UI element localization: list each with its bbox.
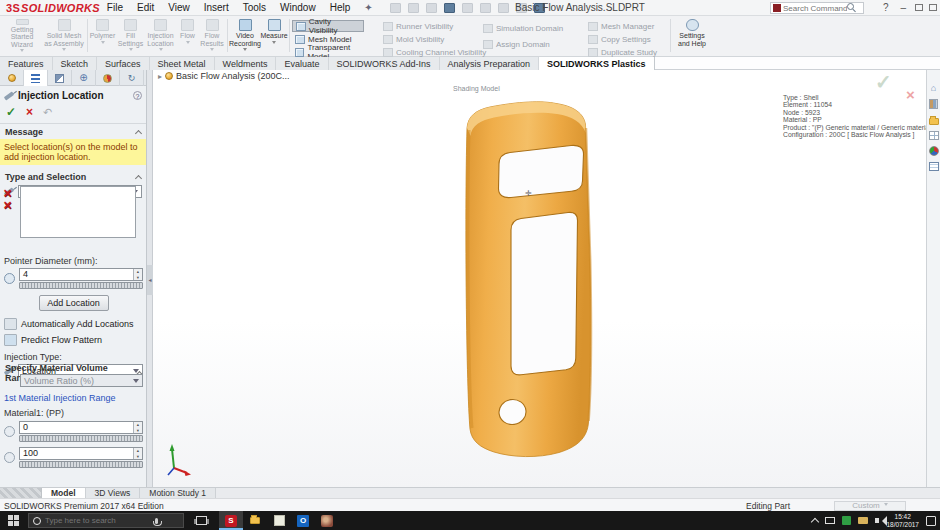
start-button[interactable] bbox=[8, 515, 19, 526]
cancel-button[interactable]: × bbox=[26, 105, 33, 119]
model-tab[interactable]: Model bbox=[42, 488, 86, 498]
resources-home-icon[interactable]: ⌂ bbox=[931, 84, 936, 93]
menu-window[interactable]: Window bbox=[273, 2, 323, 13]
injection-location-button[interactable]: Injection Location bbox=[145, 18, 176, 54]
taskbar-solidworks-app[interactable]: S bbox=[219, 511, 243, 530]
feature-tree-flyout[interactable]: ▸ Basic Flow Analysis (200C... bbox=[158, 71, 290, 81]
appearances-scenes-icon[interactable] bbox=[929, 146, 939, 156]
search-icon[interactable] bbox=[847, 3, 857, 13]
assign-domain-button[interactable]: Assign Domain bbox=[480, 38, 553, 50]
min-range-slider[interactable] bbox=[19, 435, 143, 442]
expand-arrow-icon[interactable]: ▸ bbox=[158, 72, 162, 81]
tab-evaluate[interactable]: Evaluate bbox=[276, 57, 328, 70]
max-range-slider[interactable] bbox=[19, 461, 143, 468]
units-dropdown[interactable]: Custom bbox=[834, 501, 906, 511]
delete-all-selections-icon[interactable]: ✕ bbox=[3, 200, 12, 210]
message-section-header[interactable]: Message bbox=[0, 124, 146, 139]
solid-mesh-button[interactable]: Solid Mesh as Assembly bbox=[44, 18, 84, 54]
volume-ratio-dropdown[interactable]: Volume Ratio (%) bbox=[20, 374, 143, 387]
pointer-diameter-slider[interactable] bbox=[19, 282, 143, 289]
restore-button[interactable] bbox=[915, 4, 923, 11]
folder-tray-icon[interactable] bbox=[858, 517, 868, 524]
file-explorer-icon[interactable] bbox=[929, 118, 939, 125]
taskbar-search-input[interactable] bbox=[45, 516, 145, 525]
search-commands-input[interactable] bbox=[783, 4, 847, 13]
menu-edit[interactable]: Edit bbox=[130, 2, 161, 13]
green-tray-icon[interactable] bbox=[842, 516, 851, 525]
menu-file[interactable]: File bbox=[100, 2, 130, 13]
display-manager-tab[interactable] bbox=[96, 70, 120, 86]
tray-expand-icon[interactable] bbox=[811, 518, 819, 526]
tab-analysis-preparation[interactable]: Analysis Preparation bbox=[440, 57, 540, 70]
settings-help-button[interactable]: Settings and Help bbox=[675, 18, 709, 54]
copy-settings-button[interactable]: Copy Settings bbox=[585, 33, 654, 45]
pointer-diameter-stepper[interactable]: 4 ▴▾ bbox=[19, 268, 143, 281]
action-center-icon[interactable] bbox=[926, 516, 936, 526]
open-file-icon[interactable] bbox=[408, 3, 419, 13]
tab-solidworks-plastics[interactable]: SOLIDWORKS Plastics bbox=[539, 57, 655, 70]
custom-properties-icon[interactable] bbox=[929, 162, 939, 171]
max-range-stepper[interactable]: 100 ▴▾ bbox=[19, 447, 143, 460]
view-palette-icon[interactable] bbox=[929, 131, 939, 140]
runner-visibility-toggle[interactable]: Runner Visibility bbox=[380, 20, 456, 32]
tab-sheet-metal[interactable]: Sheet Metal bbox=[150, 57, 215, 70]
phone-shell-model[interactable] bbox=[440, 100, 640, 480]
tab-surfaces[interactable]: Surfaces bbox=[97, 57, 150, 70]
wizard-button[interactable]: Getting Started Wizard bbox=[2, 18, 42, 54]
tab-features[interactable]: Features bbox=[0, 57, 53, 70]
selection-list-box[interactable] bbox=[20, 186, 136, 238]
microphone-icon[interactable] bbox=[155, 518, 158, 524]
tab-sketch[interactable]: Sketch bbox=[53, 57, 98, 70]
taskbar-misc-app[interactable] bbox=[315, 511, 339, 530]
auto-add-locations-button[interactable]: Automatically Add Locations bbox=[21, 319, 134, 329]
menu-view[interactable]: View bbox=[161, 2, 197, 13]
mesh-manager-button[interactable]: Mesh Manager bbox=[585, 20, 657, 32]
plastics-manager-tab[interactable]: ↻ bbox=[120, 70, 144, 86]
tab-addins[interactable]: SOLIDWORKS Add-Ins bbox=[329, 57, 440, 70]
design-library-icon[interactable] bbox=[929, 99, 938, 109]
delete-selection-icon[interactable]: ✕ bbox=[3, 188, 12, 198]
new-file-icon[interactable] bbox=[390, 3, 401, 13]
flow-results-button[interactable]: Flow Results bbox=[199, 18, 225, 54]
search-commands-box[interactable] bbox=[770, 2, 864, 14]
cavity-visibility-toggle[interactable]: Cavity Visibility bbox=[292, 20, 364, 32]
ok-button[interactable]: ✓ bbox=[6, 105, 16, 119]
predict-flow-pattern-button[interactable]: Predict Flow Pattern bbox=[21, 335, 102, 345]
menu-tools[interactable]: Tools bbox=[236, 2, 273, 13]
pin-icon[interactable]: ✦ bbox=[357, 2, 379, 13]
panel-help-icon[interactable]: ? bbox=[133, 91, 142, 100]
minimize-button[interactable]: – bbox=[898, 2, 910, 13]
taskbar-outlook-app[interactable]: O bbox=[291, 511, 315, 530]
volume-icon[interactable] bbox=[875, 518, 879, 523]
task-view-button[interactable] bbox=[196, 516, 207, 525]
flow-button[interactable]: Flow bbox=[177, 18, 198, 54]
motion-study-tab[interactable]: Motion Study 1 bbox=[140, 488, 216, 498]
help-button[interactable]: ? bbox=[880, 2, 892, 13]
mold-visibility-toggle[interactable]: Mold Visibility bbox=[380, 33, 447, 45]
tab-weldments[interactable]: Weldments bbox=[215, 57, 277, 70]
taskbar-search-box[interactable] bbox=[28, 513, 184, 528]
taskbar-clock[interactable]: 15:42 18/07/2017 bbox=[886, 513, 919, 529]
feature-manager-tab[interactable] bbox=[24, 70, 48, 86]
add-location-button[interactable]: Add Location bbox=[39, 295, 109, 311]
maximize-button[interactable] bbox=[929, 4, 937, 11]
display-tray-icon[interactable] bbox=[825, 517, 835, 524]
material-range-link[interactable]: 1st Material Injection Range bbox=[4, 393, 143, 403]
menu-insert[interactable]: Insert bbox=[197, 2, 236, 13]
fill-settings-button[interactable]: Fill Settings bbox=[117, 18, 144, 54]
save-icon[interactable] bbox=[426, 3, 437, 13]
undo-button[interactable]: ↶ bbox=[43, 106, 52, 119]
graphics-area[interactable]: ▸ Basic Flow Analysis (200C... ↶ – × Sha… bbox=[153, 70, 926, 487]
simulation-domain-button[interactable]: Simulation Domain bbox=[480, 22, 566, 34]
dimxpert-manager-tab[interactable]: ⊕ bbox=[72, 70, 96, 86]
model-3d[interactable] bbox=[440, 100, 640, 480]
3d-views-tab[interactable]: 3D Views bbox=[86, 488, 141, 498]
measure-button[interactable]: Measure bbox=[261, 18, 287, 54]
plastics-study-tab[interactable] bbox=[0, 70, 24, 86]
min-range-stepper[interactable]: 0 ▴▾ bbox=[19, 421, 143, 434]
taskbar-explorer-app[interactable] bbox=[243, 511, 267, 530]
type-selection-header[interactable]: Type and Selection bbox=[0, 169, 146, 184]
video-recording-button[interactable]: Video Recording bbox=[230, 18, 260, 54]
tab-scroll-area[interactable] bbox=[0, 488, 42, 498]
menu-help[interactable]: Help bbox=[323, 2, 358, 13]
